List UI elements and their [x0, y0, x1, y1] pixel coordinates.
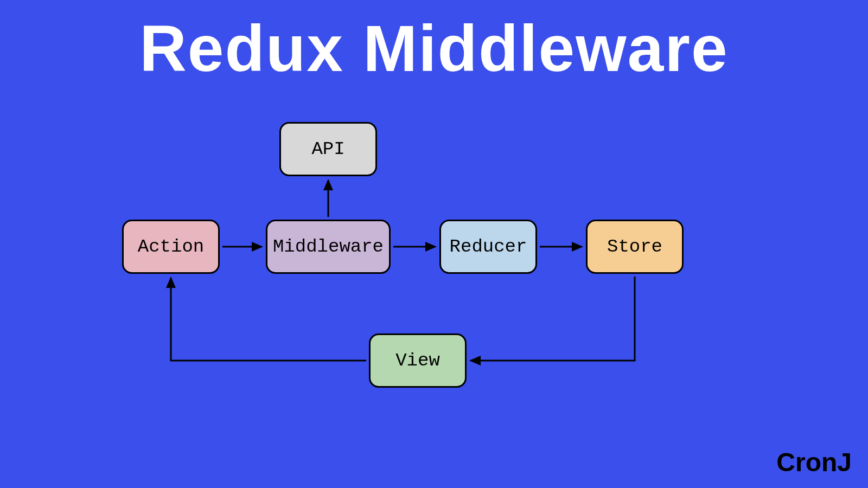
node-api-label: API — [311, 139, 344, 159]
node-store-label: Store — [607, 236, 662, 257]
node-reducer: Reducer — [439, 220, 537, 274]
node-middleware-label: Middleware — [273, 236, 384, 257]
arrow-store-to-view — [471, 277, 635, 361]
node-reducer-label: Reducer — [450, 236, 527, 257]
node-action: Action — [122, 220, 220, 274]
node-store: Store — [586, 220, 684, 274]
node-action-label: Action — [138, 236, 204, 257]
diagram-title: Redux Middleware — [0, 11, 868, 86]
arrow-view-to-action — [171, 278, 366, 361]
node-view: View — [369, 333, 467, 388]
watermark-text: CronJ — [776, 447, 852, 477]
node-middleware: Middleware — [266, 220, 391, 274]
node-api: API — [279, 122, 377, 176]
node-view-label: View — [395, 350, 440, 371]
